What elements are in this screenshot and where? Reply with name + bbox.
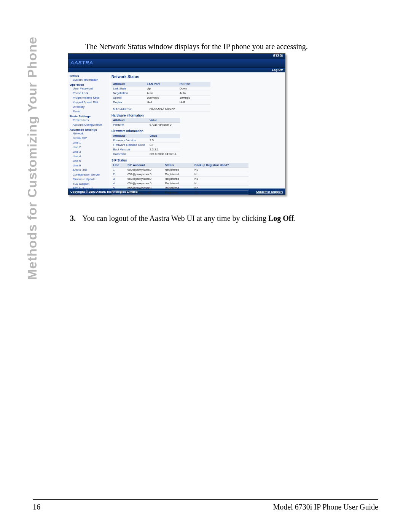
col-header: PC Port: [178, 82, 210, 86]
sidebar-header: Basic Settings: [70, 115, 108, 118]
table-row: Boot Version2.3.3.1: [112, 147, 180, 152]
sidebar-header: Status: [70, 74, 108, 78]
sidebar-item[interactable]: User Password: [70, 86, 108, 91]
intro-text: The Network Status window displays for t…: [85, 42, 374, 51]
table-row: Link StateUpDown: [112, 86, 210, 91]
hw-table: AttributeValuePlatform6731i Revision 0: [112, 118, 180, 127]
cell: 1: [112, 168, 126, 172]
cell: 2: [112, 172, 126, 177]
cell: 2.3.3.1: [148, 147, 180, 152]
sidebar-item[interactable]: System Information: [70, 78, 108, 82]
port-table: AttributeLAN PortPC PortLink StateUpDown…: [112, 82, 210, 105]
cell: 6731i Revision 0: [148, 123, 180, 127]
cell: 100Mbps: [145, 96, 178, 100]
cell: Oct 8 2008 04:32:14: [148, 152, 180, 157]
sidebar-item[interactable]: Account Configuration: [70, 123, 108, 127]
cell: No: [193, 168, 249, 172]
cell: 650@proxy.com:0: [126, 168, 163, 172]
sidebar-header: Advanced Settings: [70, 128, 108, 131]
sidebar-item[interactable]: Line 2: [70, 145, 108, 150]
sidebar-item[interactable]: Directory: [70, 105, 108, 109]
table-row: Platform6731i Revision 0: [112, 123, 180, 127]
hw-header: Hardware Information: [112, 114, 283, 117]
ss-sidebar: StatusSystem InformationOperationUser Pa…: [68, 72, 109, 189]
cell: Registered: [163, 181, 193, 186]
logoff-link[interactable]: Log Off: [272, 68, 283, 72]
cell: No: [193, 190, 249, 195]
sidebar-item[interactable]: Phone Lock: [70, 91, 108, 96]
mac-value: 00-08-5D-11-00-52: [148, 107, 204, 112]
table-row: DuplexHalfHalf: [112, 100, 210, 105]
sidebar-header: Operation: [70, 83, 108, 86]
cell: 651@proxy.com:0: [126, 172, 163, 177]
network-status-screenshot: 6730i AASTRA Log Off StatusSystem Inform…: [68, 53, 285, 195]
step-number: 3.: [70, 214, 81, 223]
sidebar-item[interactable]: Firmware Update: [70, 177, 108, 182]
cell: 2.5: [148, 138, 180, 143]
step-text-b: .: [294, 214, 296, 222]
ss-model: 6730i: [273, 54, 283, 58]
col-header: Value: [148, 134, 180, 138]
side-section-title: Methods for Customizing Your Phone: [25, 37, 40, 280]
table-row: Speed100Mbps10Mbps: [112, 96, 210, 100]
table-row: 3653@proxy.com:0RegisteredNo: [112, 177, 249, 181]
table-row: Date/TimeOct 8 2008 04:32:14: [112, 152, 180, 157]
cell: Firmware Release Code: [112, 143, 148, 147]
cell: Firmware Version: [112, 138, 148, 143]
col-header: Attribute: [112, 82, 145, 86]
cell: Registered: [163, 168, 193, 172]
sip-header: SIP Status: [112, 159, 283, 162]
sidebar-item[interactable]: Line 6: [70, 163, 108, 168]
cell: SIP: [148, 143, 180, 147]
col-header: Attribute: [112, 118, 148, 123]
sidebar-item[interactable]: Line 4: [70, 154, 108, 159]
col-header: Line: [112, 163, 126, 168]
cell: No: [193, 177, 249, 181]
step-text-a: You can logout of the Aastra Web UI at a…: [82, 214, 268, 222]
step-3: 3. You can logout of the Aastra Web UI a…: [70, 214, 374, 223]
cell: Registered: [163, 177, 193, 181]
cell: Negotiation: [112, 91, 145, 96]
customer-support-link[interactable]: Customer Support: [256, 190, 283, 193]
ss-subbar: Log Off: [68, 68, 285, 72]
sidebar-item[interactable]: TLS Support: [70, 182, 108, 186]
sidebar-item[interactable]: Programmable Keys: [70, 96, 108, 100]
sidebar-item[interactable]: Line 5: [70, 159, 108, 163]
sidebar-item[interactable]: Preferences: [70, 118, 108, 123]
sidebar-item[interactable]: Reset: [70, 109, 108, 114]
cell: 653@proxy.com:0: [126, 177, 163, 181]
sidebar-item[interactable]: Configuration Server: [70, 173, 108, 177]
cell: Down: [178, 86, 210, 91]
ss-brand-bar: AASTRA: [68, 59, 285, 68]
sidebar-item[interactable]: Action URI: [70, 168, 108, 173]
sidebar-item[interactable]: Line 1: [70, 141, 108, 145]
table-row: 4654@proxy.com:0RegisteredNo: [112, 181, 249, 186]
panel-title: Network Status: [112, 75, 283, 79]
cell: Registered: [163, 190, 193, 195]
cell: 654@proxy.com:0: [126, 181, 163, 186]
cell: No: [193, 172, 249, 177]
sidebar-item[interactable]: Line 3: [70, 150, 108, 154]
cell: Half: [145, 100, 178, 105]
sidebar-item[interactable]: Network: [70, 131, 108, 136]
cell: Registered: [163, 172, 193, 177]
table-row: 2651@proxy.com:0RegisteredNo: [112, 172, 249, 177]
cell: Auto: [145, 91, 178, 96]
cell: Boot Version: [112, 147, 148, 152]
sidebar-item[interactable]: Global SIP: [70, 136, 108, 141]
sidebar-item[interactable]: Keypad Speed Dial: [70, 100, 108, 105]
cell: Half: [178, 100, 210, 105]
page-number: 16: [33, 503, 40, 511]
cell: 4: [112, 181, 126, 186]
col-header: SIP Account: [126, 163, 163, 168]
ss-titlebar: 6730i: [68, 54, 285, 59]
cell: 3: [112, 177, 126, 181]
cell: Date/Time: [112, 152, 148, 157]
cell: Speed: [112, 96, 145, 100]
fw-header: Firmware Information: [112, 129, 283, 133]
cell: Platform: [112, 123, 148, 127]
col-header: Backup Registrar Used?: [193, 163, 249, 168]
doc-title: Model 6730i IP Phone User Guide: [273, 503, 378, 511]
copyright: Copyright © 2008 Aastra Technologies Lim…: [70, 190, 138, 193]
col-header: Value: [148, 118, 180, 123]
